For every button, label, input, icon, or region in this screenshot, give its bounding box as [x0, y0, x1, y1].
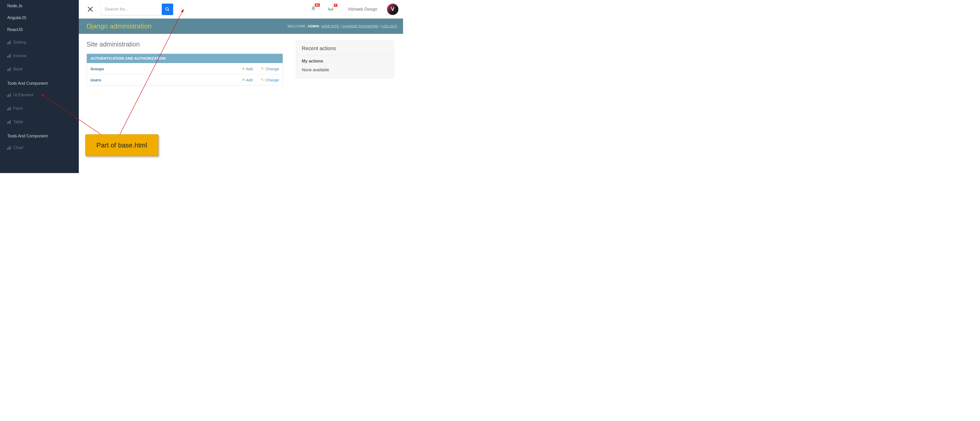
svg-line-1	[168, 10, 169, 11]
sidebar-item-bank[interactable]: Bank	[0, 62, 79, 76]
messages-button[interactable]: 7	[326, 5, 336, 13]
bar-chart-icon	[7, 146, 11, 149]
django-header: Django administration WELCOME, ADMIN. VI…	[79, 19, 403, 34]
log-out-link[interactable]: LOG OUT	[382, 24, 398, 28]
view-site-link[interactable]: VIEW SITE	[321, 24, 339, 28]
notifications-button[interactable]: 3+	[309, 5, 318, 14]
change-password-link[interactable]: CHANGE PASSWORD	[342, 24, 379, 28]
model-groups-link[interactable]: Groups	[91, 67, 234, 71]
add-groups-link[interactable]: + Add	[242, 67, 253, 71]
sidebar-item-ui-element[interactable]: Ui Element	[0, 88, 79, 102]
recent-actions-title: Recent actions	[296, 41, 394, 55]
sidebar-item-form[interactable]: Form	[0, 102, 79, 115]
bar-chart-icon	[7, 54, 11, 57]
change-label: Change	[265, 67, 279, 71]
bell-badge: 3+	[315, 3, 320, 7]
welcome-text: WELCOME,	[288, 24, 308, 28]
change-groups-link[interactable]: ✎ Change	[261, 67, 279, 71]
sidebar-heading-tools-1: Tools And Component	[0, 76, 79, 88]
table-row: Groups + Add ✎ Change	[87, 63, 283, 74]
sidebar-item-reactjs[interactable]: ReactJS	[0, 24, 79, 36]
change-users-link[interactable]: ✎ Change	[261, 78, 279, 82]
auth-module: AUTHENTICATION AND AUTHORIZATION Groups …	[87, 54, 283, 86]
add-label: Add	[246, 67, 253, 71]
bar-chart-icon	[7, 93, 11, 97]
search-button[interactable]	[162, 4, 173, 15]
sidebar-item-label: Ui Element	[13, 93, 33, 97]
my-actions-heading: My actions	[296, 55, 394, 65]
callout-box: Part of base.html	[85, 134, 158, 156]
sidebar-item-label: Invoice	[13, 54, 26, 58]
pencil-icon: ✎	[261, 67, 264, 71]
sidebar-item-label: Form	[13, 106, 23, 111]
search-input[interactable]	[101, 4, 162, 15]
sidebar-item-setting[interactable]: Setting	[0, 36, 79, 49]
sidebar-item-label: Chart	[13, 145, 23, 150]
sidebar-item-angularjs[interactable]: AngularJS	[0, 12, 79, 24]
avatar[interactable]: V	[387, 4, 398, 15]
searchbox	[101, 4, 173, 15]
sidebar-item-label: Setting	[13, 40, 26, 44]
sidebar-item-invoice[interactable]: Invoice	[0, 49, 79, 62]
svg-point-0	[165, 8, 169, 10]
bell-icon	[310, 6, 316, 12]
sidebar-item-chart[interactable]: Chart	[0, 141, 79, 154]
none-available-text: None available	[296, 65, 394, 78]
recent-actions-column: Recent actions My actions None available	[296, 41, 394, 86]
sidebar-item-table[interactable]: Table	[0, 115, 79, 129]
username-label: Vishweb Design	[348, 7, 377, 12]
sidebar-heading-tools-2: Tools And Component	[0, 129, 79, 141]
bar-chart-icon	[7, 67, 11, 71]
module-column: Site administration AUTHENTICATION AND A…	[87, 41, 283, 86]
plus-icon: +	[242, 78, 244, 82]
content: Site administration AUTHENTICATION AND A…	[79, 34, 403, 92]
table-row: Users + Add ✎ Change	[87, 74, 283, 85]
django-userlinks: WELCOME, ADMIN. VIEW SITE / CHANGE PASSW…	[288, 24, 398, 28]
recent-actions-box: Recent actions My actions None available	[296, 41, 394, 78]
change-label: Change	[265, 78, 279, 82]
envelope-icon	[328, 6, 334, 11]
bar-chart-icon	[7, 106, 11, 110]
topbar: ✕ 3+ 7 Vi	[79, 0, 403, 19]
admin-name: ADMIN	[308, 24, 319, 28]
sidebar-item-label: Table	[13, 119, 23, 124]
bar-chart-icon	[7, 41, 11, 44]
add-label: Add	[246, 78, 253, 82]
bar-chart-icon	[7, 120, 11, 124]
mail-badge: 7	[334, 4, 337, 7]
pencil-icon: ✎	[261, 78, 264, 82]
sidebar-item-nodejs[interactable]: Node.Js	[0, 0, 79, 12]
sidebar: Node.Js AngularJS ReactJS Setting Invoic…	[0, 0, 79, 173]
site-admin-title: Site administration	[87, 41, 283, 48]
sidebar-item-label: Bank	[13, 67, 22, 71]
django-title: Django administration	[87, 22, 151, 30]
close-icon[interactable]: ✕	[87, 5, 94, 14]
model-users-link[interactable]: Users	[91, 78, 234, 82]
module-header: AUTHENTICATION AND AUTHORIZATION	[87, 54, 283, 63]
add-users-link[interactable]: + Add	[242, 78, 253, 82]
search-icon	[165, 7, 170, 12]
plus-icon: +	[242, 67, 244, 71]
